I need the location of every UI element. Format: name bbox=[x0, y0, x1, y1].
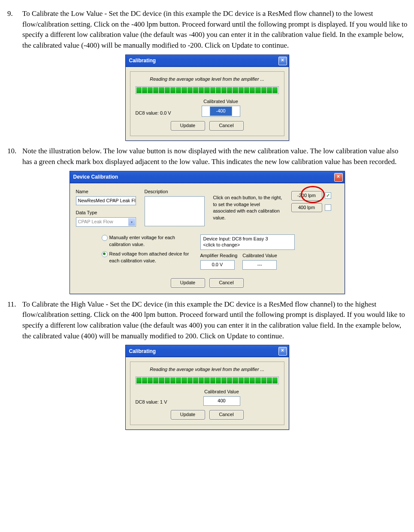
calibrating-dialog-1: Calibrating × Reading the average voltag… bbox=[125, 55, 289, 141]
device-input-line2: <click to change> bbox=[203, 242, 240, 247]
list-text: Note the illustration below. The low val… bbox=[20, 146, 408, 167]
update-button[interactable]: Update bbox=[171, 121, 205, 131]
calibrated-value-label: Calibrated Value bbox=[202, 98, 240, 105]
datatype-label: Data Type bbox=[76, 210, 140, 216]
update-button[interactable]: Update bbox=[171, 410, 205, 420]
description-field[interactable] bbox=[145, 196, 205, 226]
datatype-select[interactable]: CPAP Leak Flow ▾ bbox=[76, 217, 136, 227]
update-button[interactable]: Update bbox=[171, 278, 205, 288]
dc-value-label: DC8 value: 1 V bbox=[136, 399, 190, 406]
amplifier-reading-value: 0.0 V bbox=[200, 260, 235, 270]
device-input-box[interactable]: Device Input: DC8 from Easy 3 <click to … bbox=[200, 234, 295, 250]
high-value-checkbox bbox=[325, 204, 331, 211]
titlebar[interactable]: Calibrating × bbox=[126, 345, 289, 357]
dialog-title: Calibrating bbox=[129, 348, 156, 355]
radio-read-label: Read voltage from attached device for ea… bbox=[109, 251, 192, 264]
calibrating-dialog-2: Calibrating × Reading the average voltag… bbox=[125, 345, 289, 430]
instruction-text: Click on each button, to the right, to s… bbox=[213, 195, 284, 222]
calibrated-value-display: --- bbox=[242, 260, 277, 270]
amplifier-reading-label: Amplifier Reading bbox=[200, 252, 238, 259]
calibrated-value-input[interactable]: 400 bbox=[203, 396, 240, 406]
radio-read[interactable]: Read voltage from attached device for ea… bbox=[102, 251, 192, 264]
calibrated-value-input[interactable]: -400 bbox=[210, 106, 232, 116]
dialog-title: Device Calibration bbox=[73, 173, 118, 181]
close-icon[interactable]: × bbox=[278, 57, 287, 65]
low-value-checked-icon: ✓ bbox=[325, 192, 331, 199]
chevron-down-icon: ▾ bbox=[128, 218, 135, 226]
list-item-10: 10. Note the illustration below. The low… bbox=[6, 146, 408, 167]
name-label: Name bbox=[76, 188, 140, 195]
radio-manual[interactable]: Manually enter voltage for each calibrat… bbox=[102, 234, 192, 248]
description-label: Description bbox=[145, 188, 209, 195]
name-field[interactable]: NewResMed CPAP Leak Flow bbox=[76, 196, 136, 206]
high-value-button[interactable]: 400 lpm bbox=[291, 203, 322, 213]
radio-manual-label: Manually enter voltage for each calibrat… bbox=[109, 234, 192, 248]
list-text: To Calibrate the Low Value - Set the DC … bbox=[20, 9, 408, 51]
list-item-9: 9. To Calibrate the Low Value - Set the … bbox=[6, 9, 408, 51]
cancel-button[interactable]: Cancel bbox=[209, 410, 244, 420]
progress-bar bbox=[136, 86, 279, 94]
cancel-button[interactable]: Cancel bbox=[209, 121, 244, 131]
titlebar[interactable]: Device Calibration × bbox=[70, 171, 344, 183]
close-icon[interactable]: × bbox=[278, 347, 287, 356]
list-number: 10. bbox=[6, 146, 20, 167]
list-number: 11. bbox=[6, 299, 20, 342]
device-calibration-dialog: Device Calibration × Name NewResMed CPAP… bbox=[70, 171, 345, 294]
progress-bar bbox=[136, 377, 279, 384]
list-item-11: 11. To Calibrate the High Value - Set th… bbox=[6, 299, 408, 342]
dialog-title: Calibrating bbox=[129, 57, 156, 64]
low-value-button[interactable]: -200 lpm bbox=[291, 191, 322, 201]
close-icon[interactable]: × bbox=[334, 173, 343, 182]
calibrated-value-label: Calibrated Value bbox=[203, 389, 240, 395]
status-text: Reading the average voltage level from t… bbox=[136, 76, 279, 83]
titlebar[interactable]: Calibrating × bbox=[126, 55, 289, 67]
calibrated-value-label: Calibrated Value bbox=[242, 252, 277, 259]
device-input-line1: Device Input: DC8 from Easy 3 bbox=[203, 236, 268, 241]
status-text: Reading the average voltage level from t… bbox=[136, 366, 279, 373]
cancel-button[interactable]: Cancel bbox=[209, 278, 244, 288]
dc-value-label: DC8 value: 0.0 V bbox=[136, 110, 189, 117]
datatype-value: CPAP Leak Flow bbox=[78, 219, 113, 224]
list-number: 9. bbox=[6, 9, 20, 51]
list-text: To Calibrate the High Value - Set the DC… bbox=[20, 299, 408, 342]
